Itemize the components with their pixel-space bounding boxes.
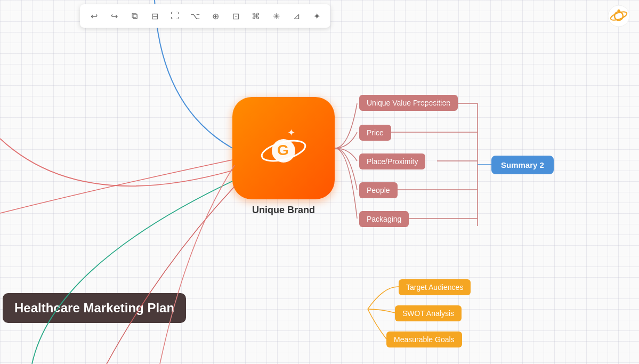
subtopic-button[interactable]: ⊡ [227,7,244,25]
star-button[interactable]: ✳ [268,7,285,25]
unique-value-node[interactable]: Unique Value Proposition [359,95,458,111]
central-brand-node[interactable]: ✦ G Unique Brand [232,97,335,216]
paste-style-button[interactable]: ⊟ [146,7,163,25]
brand-icon-box: ✦ G [232,97,335,199]
connect-button[interactable]: ⌥ [187,7,204,25]
place-node[interactable]: Place/Proximity [359,153,425,169]
app-logo[interactable] [607,4,630,28]
copy-style-button[interactable]: ⧉ [126,7,143,25]
redo-button[interactable]: ↪ [106,7,123,25]
target-audiences-node[interactable]: Target Audiences [399,279,471,295]
main-title-label[interactable]: Healthcare Marketing Plan [3,293,186,323]
link-button[interactable]: ⌘ [247,7,264,25]
add-topic-button[interactable]: ⊕ [207,7,224,25]
brand-icon: ✦ G [254,119,313,177]
brand-label: Unique Brand [252,205,315,216]
mindmap-canvas: ✦ G Unique Brand Unique Value Propositio… [0,0,639,364]
summary-node[interactable]: Summary 2 [491,156,554,174]
bookmark-button[interactable]: ⊿ [288,7,305,25]
svg-text:G: G [277,142,289,158]
svg-point-0 [608,5,629,27]
svg-point-3 [618,10,620,12]
undo-button[interactable]: ↩ [85,7,102,25]
effects-button[interactable]: ✦ [308,7,325,25]
swot-analysis-node[interactable]: SWOT Analysis [395,305,462,321]
toolbar: ↩ ↪ ⧉ ⊟ ⛶ ⌥ ⊕ ⊡ ⌘ ✳ ⊿ ✦ [80,4,330,28]
people-node[interactable]: People [359,182,398,198]
price-node[interactable]: Price [359,125,391,141]
packaging-node[interactable]: Packaging [359,211,409,227]
topic-style-button[interactable]: ⛶ [166,7,183,25]
measurable-goals-node[interactable]: Measurable Goals [386,331,462,347]
svg-text:✦: ✦ [287,127,295,138]
